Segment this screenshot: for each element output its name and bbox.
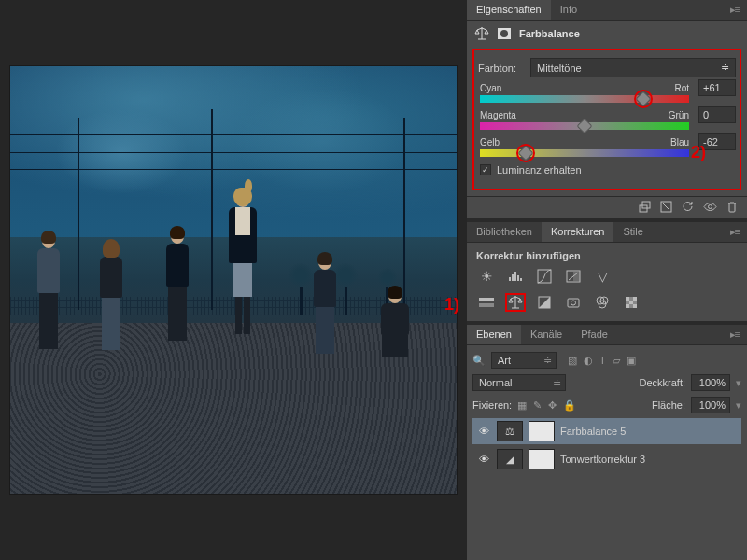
svg-point-18 xyxy=(571,301,576,305)
panel-menu-icon[interactable]: ▸≡ xyxy=(723,325,747,344)
magenta-green-slider[interactable]: MagentaGrün 0 xyxy=(478,106,736,133)
svg-rect-13 xyxy=(573,272,580,281)
tone-dropdown[interactable]: Mitteltöne≑ xyxy=(530,58,736,77)
lock-label: Fixieren: xyxy=(472,399,512,411)
filter-smart-icon[interactable]: ▣ xyxy=(627,355,636,367)
svg-rect-29 xyxy=(629,304,633,308)
canvas-area xyxy=(0,0,467,560)
reset-icon[interactable] xyxy=(682,201,694,215)
properties-tabbar: Eigenschaften Info ▸≡ xyxy=(467,0,747,21)
svg-rect-15 xyxy=(479,303,494,307)
red-value-field[interactable]: +61 xyxy=(698,79,736,96)
gruen-label: Grün xyxy=(669,110,689,120)
adjustment-thumbnail: ⚖ xyxy=(497,421,523,441)
filter-shape-icon[interactable]: ▱ xyxy=(613,355,620,367)
properties-title: Farbbalance xyxy=(519,28,580,39)
photo-filter-icon[interactable] xyxy=(563,293,584,312)
fill-field[interactable]: 100% xyxy=(691,397,730,413)
blau-label: Blau xyxy=(670,137,689,147)
layer-name[interactable]: Farbbalance 5 xyxy=(560,426,626,437)
document-preview[interactable] xyxy=(9,65,458,495)
balance-scale-icon xyxy=(474,26,489,41)
tab-pfade[interactable]: Pfade xyxy=(571,325,617,344)
svg-rect-22 xyxy=(626,297,629,301)
filter-adjustment-icon[interactable]: ◐ xyxy=(584,355,593,367)
color-balance-properties: Farbton: Mitteltöne≑ CyanRot +61 Magenta… xyxy=(472,49,741,190)
layer-name[interactable]: Tonwertkorrektur 3 xyxy=(560,454,645,465)
layer-filter-type[interactable]: Art xyxy=(491,352,557,369)
trash-icon[interactable] xyxy=(726,201,738,215)
panel-menu-icon[interactable]: ▸≡ xyxy=(723,0,747,20)
cyan-red-slider[interactable]: CyanRot +61 xyxy=(478,79,736,106)
svg-rect-9 xyxy=(517,275,519,281)
vibrance-icon[interactable]: ▽ xyxy=(592,267,613,286)
mask-thumbnail[interactable] xyxy=(529,449,555,469)
chevron-updown-icon: ≑ xyxy=(721,62,729,74)
cyan-label: Cyan xyxy=(480,83,501,93)
visibility-icon[interactable] xyxy=(703,201,717,215)
svg-rect-25 xyxy=(626,301,629,304)
visibility-toggle-icon[interactable]: 👁 xyxy=(476,426,491,437)
properties-header: Farbbalance xyxy=(467,21,747,47)
annotation-2: 2) xyxy=(691,143,706,162)
brightness-contrast-icon[interactable]: ☀ xyxy=(476,267,497,286)
lock-pixels-icon[interactable]: ✎ xyxy=(533,399,542,412)
svg-rect-10 xyxy=(520,278,522,281)
tab-korrekturen[interactable]: Korrekturen xyxy=(542,222,613,242)
adjustment-thumbnail: ◢ xyxy=(497,449,523,469)
svg-rect-17 xyxy=(568,299,579,307)
properties-footer-icons xyxy=(467,196,747,218)
svg-rect-30 xyxy=(633,304,637,308)
curves-icon[interactable] xyxy=(534,267,555,286)
tab-eigenschaften[interactable]: Eigenschaften xyxy=(467,0,551,20)
tab-info[interactable]: Info xyxy=(551,0,586,20)
svg-rect-8 xyxy=(514,272,516,281)
color-balance-icon[interactable] xyxy=(505,293,526,312)
svg-point-5 xyxy=(709,205,712,209)
svg-point-1 xyxy=(500,30,508,37)
filter-pixel-icon[interactable]: ▧ xyxy=(568,355,577,367)
green-value-field[interactable]: 0 xyxy=(698,106,736,123)
lock-transparency-icon[interactable]: ▦ xyxy=(517,399,527,412)
view-previous-icon[interactable] xyxy=(660,201,672,215)
tab-bibliotheken[interactable]: Bibliotheken xyxy=(467,222,542,242)
levels-icon[interactable] xyxy=(505,267,526,286)
svg-rect-14 xyxy=(479,298,494,301)
filter-search-icon[interactable]: 🔍 xyxy=(472,355,486,367)
fill-label: Fläche: xyxy=(652,399,685,411)
panel-menu-icon[interactable]: ▸≡ xyxy=(723,222,747,242)
clip-to-layer-icon[interactable] xyxy=(639,201,651,215)
svg-rect-23 xyxy=(629,297,633,301)
svg-rect-6 xyxy=(509,277,511,281)
tab-ebenen[interactable]: Ebenen xyxy=(467,325,521,344)
lock-position-icon[interactable]: ✥ xyxy=(548,399,557,412)
tab-kanaele[interactable]: Kanäle xyxy=(521,325,571,344)
preserve-luminosity-checkbox[interactable]: ✓ xyxy=(480,164,491,175)
svg-rect-7 xyxy=(512,274,514,281)
color-lookup-icon[interactable] xyxy=(621,293,641,312)
svg-rect-24 xyxy=(633,297,637,301)
filter-type-icon[interactable]: T xyxy=(599,355,606,367)
right-panel: Eigenschaften Info ▸≡ Farbbalance Farbto… xyxy=(467,0,747,560)
opacity-field[interactable]: 100% xyxy=(691,374,730,391)
visibility-toggle-icon[interactable]: 👁 xyxy=(476,454,491,465)
tone-label: Farbton: xyxy=(478,63,525,74)
layer-row[interactable]: 👁 ⚖ Farbbalance 5 xyxy=(472,418,741,444)
blend-mode-dropdown[interactable]: Normal xyxy=(472,374,566,391)
rot-label: Rot xyxy=(674,83,689,93)
mask-icon xyxy=(497,26,512,41)
tab-stile[interactable]: Stile xyxy=(613,222,652,242)
svg-rect-27 xyxy=(633,301,637,304)
channel-mixer-icon[interactable] xyxy=(592,293,613,312)
exposure-icon[interactable] xyxy=(563,267,584,286)
black-white-icon[interactable] xyxy=(534,293,555,312)
svg-rect-26 xyxy=(629,301,633,304)
lock-all-icon[interactable]: 🔒 xyxy=(563,399,576,412)
annotation-1: 1) xyxy=(444,295,459,315)
mask-thumbnail[interactable] xyxy=(529,421,555,441)
opacity-label: Deckkraft: xyxy=(639,377,685,388)
add-adjustment-label: Korrektur hinzufügen xyxy=(476,248,738,263)
hue-sat-icon[interactable] xyxy=(476,293,497,312)
gelb-label: Gelb xyxy=(480,137,500,147)
layer-row[interactable]: 👁 ◢ Tonwertkorrektur 3 xyxy=(472,446,741,472)
